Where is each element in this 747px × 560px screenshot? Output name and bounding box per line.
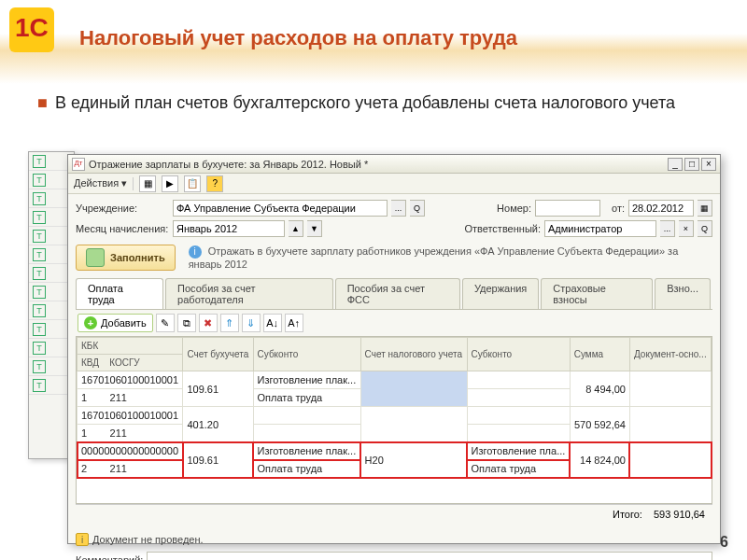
- delete-row-button[interactable]: ✖: [199, 314, 218, 332]
- fill-icon: [86, 248, 105, 267]
- data-grid[interactable]: КБК Счет бухучета Субконто Счет налогово…: [76, 336, 712, 504]
- toolbar-button-3[interactable]: 📋: [184, 175, 201, 192]
- document-icon: Дт: [72, 158, 85, 171]
- resp-open-button[interactable]: Q: [698, 220, 712, 237]
- toolbar: Действия ▾ ▦ ▶ 📋 ?: [68, 174, 720, 194]
- comment-field[interactable]: [147, 552, 712, 560]
- resp-select-button[interactable]: ...: [660, 220, 675, 237]
- copy-row-button[interactable]: ⧉: [177, 314, 196, 332]
- col-nsub[interactable]: Субконто: [467, 338, 570, 371]
- month-field[interactable]: Январь 2012: [173, 220, 285, 237]
- table-row[interactable]: 00000000000000000 109.61 Изготовление пл…: [78, 442, 712, 460]
- page-number: 6: [720, 534, 728, 551]
- toolbar-button-1[interactable]: ▦: [139, 175, 156, 192]
- info-icon: i: [189, 245, 202, 259]
- col-nacct[interactable]: Счет налогового учета: [360, 338, 467, 371]
- org-select-button[interactable]: ...: [391, 200, 406, 217]
- date-field[interactable]: 28.02.2012: [628, 200, 694, 217]
- month-label: Месяц начисления:: [76, 223, 169, 234]
- minimize-button[interactable]: _: [668, 158, 683, 171]
- status-bar: i Документ не проведен.: [68, 529, 720, 550]
- move-down-button[interactable]: ⇓: [242, 314, 261, 332]
- number-field[interactable]: [535, 200, 600, 217]
- tab-bar: Оплата труда Пособия за счет работодател…: [76, 278, 712, 310]
- tab-employer-benefits[interactable]: Пособия за счет работодателя: [165, 278, 333, 309]
- hint-text: i Отражать в бухучете зарплату работнико…: [189, 245, 712, 270]
- table-row[interactable]: 16701060100010001 401.20 570 592,64: [78, 407, 712, 425]
- comment-label: Комментарий:: [76, 554, 143, 560]
- col-doc[interactable]: Документ-осно...: [629, 338, 711, 371]
- tab-insurance[interactable]: Страховые взносы: [541, 278, 653, 309]
- resp-label: Ответственный:: [464, 223, 541, 234]
- col-kvd-kosgu[interactable]: КВД КОСГУ: [78, 355, 183, 371]
- tab-deductions[interactable]: Удержания: [462, 278, 539, 309]
- date-label: от:: [612, 203, 625, 214]
- document-window: Дт Отражение зарплаты в бухучете: за Янв…: [67, 154, 721, 544]
- total-label: Итого:: [613, 509, 642, 520]
- close-button[interactable]: ×: [701, 158, 716, 171]
- window-title: Отражение зарплаты в бухучете: за Январь…: [89, 159, 666, 170]
- sort-asc-button[interactable]: A↓: [263, 314, 282, 332]
- tab-fss-benefits[interactable]: Пособия за счет ФСС: [335, 278, 460, 309]
- fill-button[interactable]: Заполнить: [76, 245, 176, 271]
- resp-field[interactable]: Администратор: [544, 220, 656, 237]
- tab-salary[interactable]: Оплата труда: [76, 278, 163, 309]
- col-sum[interactable]: Сумма: [570, 338, 629, 371]
- resp-clear-button[interactable]: ×: [679, 220, 694, 237]
- slide-title: Налоговый учет расходов на оплату труда: [79, 26, 517, 50]
- col-acct[interactable]: Счет бухучета: [183, 338, 253, 371]
- sort-desc-button[interactable]: A↑: [285, 314, 303, 332]
- org-open-button[interactable]: Q: [410, 200, 425, 217]
- toolbar-help-button[interactable]: ?: [206, 175, 223, 192]
- warning-icon: i: [76, 533, 89, 546]
- tab-more[interactable]: Взно...: [655, 278, 711, 309]
- window-titlebar[interactable]: Дт Отражение зарплаты в бухучете: за Янв…: [68, 155, 720, 174]
- app-logo: 1C: [9, 7, 54, 52]
- account-icon: T: [33, 155, 46, 168]
- actions-menu[interactable]: Действия ▾: [74, 177, 127, 189]
- add-row-button[interactable]: +Добавить: [78, 314, 153, 332]
- total-value: 593 910,64: [654, 509, 705, 520]
- org-label: Учреждение:: [76, 203, 169, 214]
- slide-bullet: ■В единый план счетов бухгалтерского уче…: [37, 93, 710, 113]
- move-up-button[interactable]: ⇑: [220, 314, 239, 332]
- table-row[interactable]: 16701060100010001 109.61 Изготовление пл…: [78, 371, 712, 389]
- month-down-button[interactable]: ▼: [307, 220, 322, 237]
- col-kbk[interactable]: КБК: [78, 338, 183, 355]
- toolbar-button-2[interactable]: ▶: [162, 175, 178, 192]
- date-picker-button[interactable]: ▦: [698, 200, 712, 217]
- col-sub[interactable]: Субконто: [253, 338, 360, 371]
- grid-toolbar: +Добавить ✎ ⧉ ✖ ⇑ ⇓ A↓ A↑: [76, 310, 712, 336]
- number-label: Номер:: [497, 203, 531, 214]
- month-up-button[interactable]: ▲: [289, 220, 303, 237]
- org-field[interactable]: ФА Управление Субъекта Федерации: [173, 200, 388, 217]
- maximize-button[interactable]: □: [684, 158, 699, 171]
- grid-footer: Итого: 593 910,64: [76, 504, 712, 524]
- edit-row-button[interactable]: ✎: [156, 314, 175, 332]
